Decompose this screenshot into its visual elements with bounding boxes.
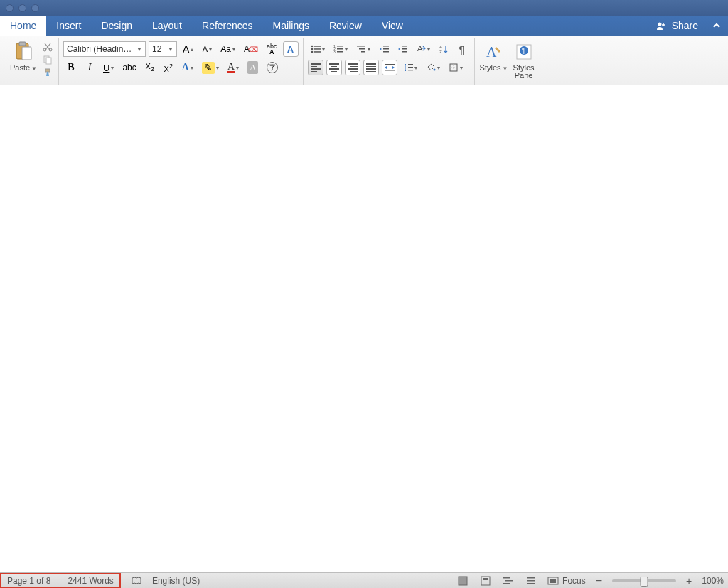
decrease-indent-button[interactable] [376, 41, 392, 57]
bold-button[interactable]: B [63, 60, 79, 75]
tab-view[interactable]: View [372, 16, 413, 36]
styles-pane-icon: ¶ [515, 43, 533, 61]
document-canvas[interactable] [0, 85, 728, 572]
zoom-out-button[interactable]: − [596, 574, 602, 587]
text-effects-button[interactable]: A▾ [179, 60, 196, 75]
styles-pane-button[interactable]: ¶ Styles Pane [509, 40, 539, 80]
svg-rect-23 [383, 46, 389, 47]
subscript-button[interactable]: X2 [142, 60, 158, 75]
format-painter-button[interactable] [41, 67, 54, 78]
enclose-characters-button[interactable]: 字 [264, 60, 281, 75]
sort-button[interactable]: AZ [436, 41, 451, 57]
italic-button[interactable]: I [82, 60, 97, 75]
close-window-button[interactable] [6, 4, 14, 12]
print-layout-view-button[interactable] [456, 576, 469, 586]
focus-icon [547, 577, 559, 585]
copy-button[interactable] [41, 54, 54, 65]
focus-mode-button[interactable]: Focus [547, 576, 586, 586]
svg-rect-51 [527, 577, 535, 579]
chevron-up-icon [712, 21, 721, 30]
paste-button[interactable]: Paste▼ [9, 40, 38, 73]
language-button[interactable]: English (US) [152, 576, 200, 586]
window-titlebar [0, 0, 728, 16]
align-left-button[interactable] [308, 60, 323, 75]
tab-home[interactable]: Home [0, 16, 46, 36]
spellcheck-button[interactable] [131, 576, 142, 586]
zoom-level[interactable]: 100% [702, 576, 724, 586]
svg-rect-20 [357, 46, 365, 47]
align-center-button[interactable] [326, 60, 342, 75]
text-direction-icon: A [416, 44, 426, 54]
indent-icon [397, 45, 407, 53]
font-name-combo[interactable]: Calibri (Headin…▼ [63, 41, 146, 57]
align-center-icon [329, 63, 339, 72]
svg-rect-48 [503, 577, 510, 579]
view-mode-2-button[interactable] [479, 576, 492, 586]
styles-button[interactable]: A Styles▼ [479, 40, 509, 73]
svg-rect-22 [361, 51, 365, 53]
minimize-window-button[interactable] [18, 4, 26, 12]
page-indicator[interactable]: Page 1 of 8 [7, 576, 50, 586]
svg-rect-11 [314, 48, 321, 50]
svg-rect-55 [550, 579, 556, 583]
character-border-button[interactable]: A [283, 41, 299, 57]
character-shading-button[interactable]: A [245, 60, 261, 75]
collapse-ribbon-button[interactable] [705, 16, 728, 36]
zoom-window-button[interactable] [31, 4, 39, 12]
ribbon: Paste▼ Calibri (Headin…▼ 12▼ A▴ A▾ Aa▾ A… [0, 36, 728, 85]
svg-rect-9 [314, 46, 321, 47]
text-direction-button[interactable]: A▾ [413, 41, 433, 57]
svg-text:A: A [486, 44, 497, 60]
svg-rect-53 [527, 583, 535, 584]
align-left-icon [311, 63, 321, 72]
superscript-button[interactable]: X2 [161, 60, 176, 75]
share-button[interactable]: Share [649, 16, 705, 36]
bullets-button[interactable]: ▾ [308, 41, 328, 57]
clipboard-icon [14, 41, 33, 63]
numbering-button[interactable]: 123▾ [331, 41, 350, 57]
change-case-button[interactable]: Aa▾ [218, 41, 238, 57]
borders-button[interactable]: ▾ [446, 60, 466, 75]
align-right-icon [348, 63, 358, 72]
zoom-slider[interactable] [612, 579, 676, 582]
distributed-button[interactable] [382, 60, 397, 75]
font-size-combo[interactable]: 12▼ [149, 41, 177, 57]
shading-button[interactable]: ▾ [423, 60, 443, 75]
justify-button[interactable] [363, 60, 379, 75]
highlight-button[interactable]: ✎▾ [199, 60, 222, 75]
decrease-font-size-button[interactable]: A▾ [199, 41, 215, 57]
underline-button[interactable]: U▾ [100, 60, 117, 75]
svg-text:¶: ¶ [522, 47, 525, 55]
outline-view-button[interactable] [502, 576, 515, 586]
multilevel-list-button[interactable]: ▾ [353, 41, 373, 57]
line-spacing-button[interactable]: ▾ [400, 60, 420, 75]
clear-formatting-button[interactable]: A⌫ [241, 41, 261, 57]
svg-rect-35 [408, 67, 413, 68]
svg-rect-13 [314, 51, 321, 53]
sort-icon: AZ [439, 44, 449, 54]
tab-layout[interactable]: Layout [142, 16, 192, 36]
svg-rect-34 [408, 64, 413, 65]
tab-mailings[interactable]: Mailings [263, 16, 319, 36]
tab-insert[interactable]: Insert [46, 16, 91, 36]
phonetic-guide-button[interactable]: abcA [264, 41, 280, 57]
paintbrush-icon [43, 68, 53, 77]
word-count[interactable]: 2441 Words [68, 576, 113, 586]
show-marks-button[interactable]: ¶ [454, 41, 470, 57]
cut-button[interactable] [41, 41, 54, 53]
tab-references[interactable]: References [192, 16, 263, 36]
zoom-in-button[interactable]: + [686, 575, 692, 587]
font-color-button[interactable]: A▾ [225, 60, 242, 75]
draft-view-button[interactable] [525, 576, 537, 586]
ribbon-tabs: Home Insert Design Layout References Mai… [0, 16, 728, 36]
increase-indent-button[interactable] [395, 41, 410, 57]
align-right-button[interactable] [345, 60, 360, 75]
strikethrough-button[interactable]: abc [119, 60, 139, 75]
tab-design[interactable]: Design [91, 16, 142, 36]
bullets-icon [311, 45, 321, 53]
increase-font-size-button[interactable]: A▴ [180, 41, 196, 57]
svg-rect-36 [408, 70, 413, 70]
svg-rect-2 [19, 42, 26, 46]
svg-rect-28 [402, 51, 407, 53]
tab-review[interactable]: Review [319, 16, 372, 36]
